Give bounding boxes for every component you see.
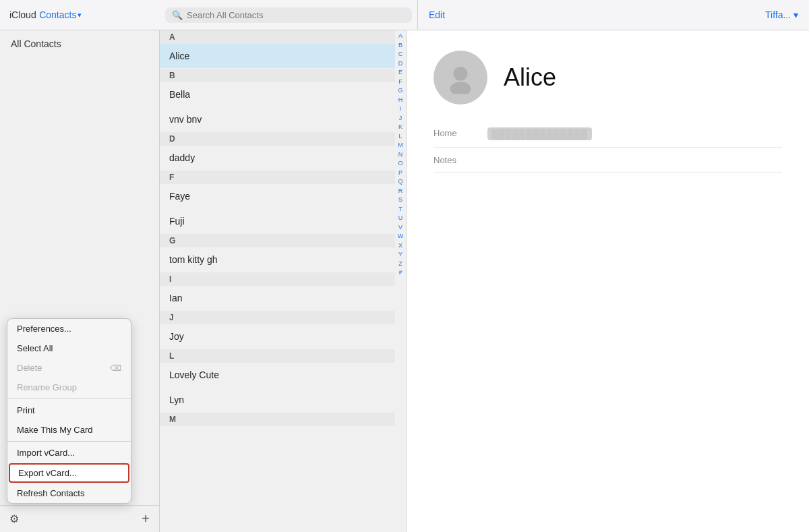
alpha-letter-e[interactable]: E [398, 68, 402, 78]
section-header-a: A [160, 30, 395, 44]
menu-item-make-my-card[interactable]: Make This My Card [7, 420, 131, 440]
svg-point-0 [453, 67, 467, 81]
alpha-letter-c[interactable]: C [398, 50, 403, 59]
menu-item-refresh-contacts[interactable]: Refresh Contacts [7, 483, 131, 503]
edit-button[interactable]: Edit [429, 9, 445, 20]
avatar-silhouette-icon [444, 61, 477, 94]
home-value: ██████████████ [487, 127, 592, 140]
alpha-letter-d[interactable]: D [398, 59, 403, 69]
alpha-letter-i[interactable]: I [400, 105, 402, 114]
alpha-letter-o[interactable]: O [398, 159, 402, 169]
sidebar: All Contacts Preferences... Select All D… [0, 30, 160, 532]
alphabet-index: ABCDEFGHIJKLMNOPQRSTUVWXYZ# [395, 30, 406, 532]
alpha-letter-m[interactable]: M [398, 141, 403, 150]
alpha-letter-z[interactable]: Z [398, 260, 402, 269]
contacts-dropdown-icon[interactable]: ▾ [78, 11, 82, 20]
section-header-m: M [160, 413, 395, 426]
section-header-j: J [160, 311, 395, 324]
contact-item-daddy[interactable]: daddy [160, 146, 395, 171]
alpha-letter-s[interactable]: S [398, 196, 402, 205]
home-field-row: Home ██████████████ [433, 121, 782, 148]
notes-label: Notes [433, 154, 487, 165]
section-header-b: B [160, 69, 395, 82]
contact-item-lyn[interactable]: Lyn [160, 388, 395, 413]
user-menu-button[interactable]: Tiffa... ▾ [765, 9, 798, 20]
app-title-area: iCloud Contacts ▾ [0, 9, 160, 21]
contact-list: A Alice B Bella vnv bnv D daddy F Faye F… [160, 30, 395, 532]
menu-item-rename-group[interactable]: Rename Group [7, 378, 131, 397]
avatar [433, 51, 487, 105]
section-header-d: D [160, 132, 395, 146]
all-contacts-label[interactable]: All Contacts [0, 30, 159, 57]
menu-item-delete[interactable]: Delete ⌫ [7, 358, 131, 378]
menu-item-preferences[interactable]: Preferences... [7, 319, 131, 338]
menu-item-select-all[interactable]: Select All [7, 338, 131, 358]
contact-name: Alice [504, 63, 556, 92]
contact-item-tomkittygh[interactable]: tom kitty gh [160, 247, 395, 272]
section-header-i: I [160, 272, 395, 286]
add-contact-button[interactable]: + [142, 511, 150, 527]
search-icon: 🔍 [172, 10, 183, 20]
alpha-letter-f[interactable]: F [398, 78, 402, 87]
contact-item-vnvbnv[interactable]: vnv bnv [160, 107, 395, 132]
alpha-letter-n[interactable]: N [398, 150, 403, 160]
detail-toolbar: Edit Tiffa... ▾ [417, 0, 809, 30]
menu-item-import-vcard[interactable]: Import vCard... [7, 443, 131, 463]
menu-item-export-vcard[interactable]: Export vCard... [9, 463, 129, 483]
menu-separator-2 [7, 441, 131, 442]
alpha-letter-u[interactable]: U [398, 214, 403, 223]
delete-backspace-icon: ⌫ [110, 363, 121, 373]
contact-list-panel: A Alice B Bella vnv bnv D daddy F Faye F… [160, 30, 407, 532]
alpha-letter-h[interactable]: H [398, 96, 403, 105]
settings-button[interactable]: ⚙ [9, 512, 19, 525]
alpha-letter-p[interactable]: P [398, 169, 402, 178]
contact-item-alice[interactable]: Alice [160, 44, 395, 69]
notes-value [487, 154, 496, 157]
contact-item-ian[interactable]: Ian [160, 286, 395, 311]
alpha-letter-g[interactable]: G [398, 86, 402, 96]
notes-field-row: Notes [433, 148, 782, 173]
svg-point-1 [450, 82, 471, 94]
contact-item-faye[interactable]: Faye [160, 184, 395, 209]
contact-item-fuji[interactable]: Fuji [160, 209, 395, 234]
search-input[interactable] [187, 10, 405, 20]
contact-item-bella[interactable]: Bella [160, 82, 395, 107]
alpha-letter-j[interactable]: J [399, 114, 402, 123]
alpha-letter-v[interactable]: V [398, 223, 402, 233]
icloud-label: iCloud [9, 9, 36, 20]
sidebar-footer: ⚙ + [0, 505, 159, 532]
search-bar[interactable]: 🔍 [165, 7, 412, 23]
contact-item-lovely-cute[interactable]: Lovely Cute [160, 363, 395, 388]
menu-separator-1 [7, 398, 131, 399]
alpha-letter-l[interactable]: L [398, 132, 402, 142]
alpha-letter-k[interactable]: K [398, 123, 402, 132]
context-menu: Preferences... Select All Delete ⌫ Renam… [7, 318, 131, 504]
alpha-letter-y[interactable]: Y [398, 250, 402, 260]
main-content: All Contacts Preferences... Select All D… [0, 30, 809, 532]
alpha-letter-a[interactable]: A [398, 32, 402, 41]
alpha-letter-w[interactable]: W [398, 232, 404, 241]
alpha-letter-t[interactable]: T [398, 205, 402, 214]
contacts-label: Contacts [39, 9, 76, 20]
section-header-f: F [160, 171, 395, 184]
menu-item-print[interactable]: Print [7, 401, 131, 420]
alpha-letter-q[interactable]: Q [398, 177, 402, 187]
contact-item-joy[interactable]: Joy [160, 324, 395, 349]
home-label: Home [433, 127, 487, 138]
contact-detail-header: Alice [433, 51, 782, 105]
top-bar: iCloud Contacts ▾ 🔍 Edit Tiffa... ▾ [0, 0, 809, 30]
delete-label: Delete [17, 363, 42, 373]
alpha-letter-x[interactable]: X [398, 241, 402, 251]
section-header-l: L [160, 349, 395, 363]
section-header-g: G [160, 234, 395, 247]
alpha-letter-#[interactable]: # [398, 268, 402, 278]
alpha-letter-b[interactable]: B [398, 41, 402, 51]
detail-panel: Alice Home ██████████████ Notes [407, 30, 809, 532]
alpha-letter-r[interactable]: R [398, 187, 403, 196]
